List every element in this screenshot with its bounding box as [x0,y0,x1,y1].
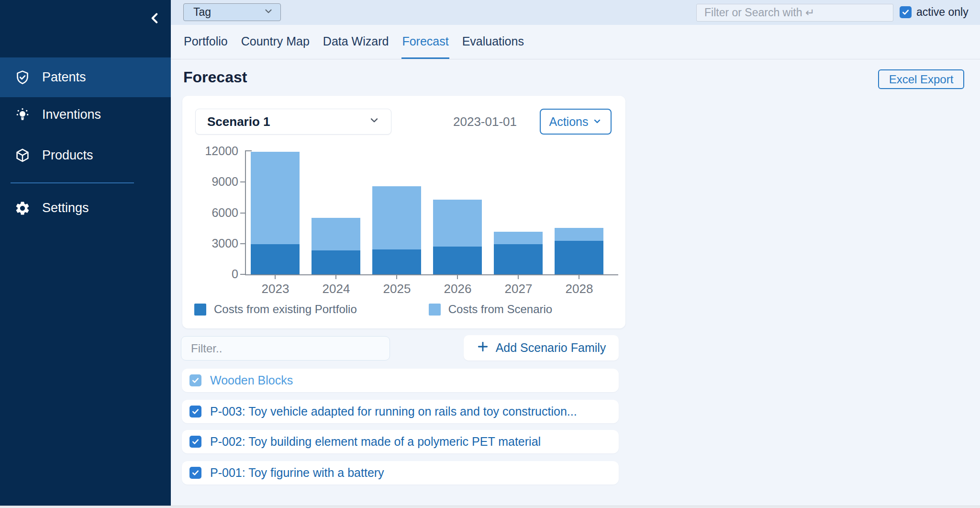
bar-segment [494,244,543,274]
chevron-down-icon [263,6,274,19]
tab-country-map[interactable]: Country Map [241,25,310,59]
y-tick-mark [240,213,245,214]
active-only-label: active only [916,6,969,18]
list-item-wooden-blocks[interactable]: Wooden Blocks [182,369,619,392]
chart-x-axis [245,274,618,275]
check-icon [902,8,910,16]
x-tick-label: 2026 [427,282,488,296]
x-tick-label: 2024 [306,282,367,296]
lightbulb-icon [13,106,32,124]
sidebar-item-inventions[interactable]: Inventions [0,95,171,135]
horizontal-scrollbar-track[interactable] [0,506,980,508]
chart-legend: Costs from existing Portfolio Costs from… [194,303,552,316]
bar-segment [555,228,603,241]
tag-select[interactable]: Tag [183,3,281,21]
bar-segment [312,250,360,274]
check-icon [191,376,200,384]
y-tick-mark [240,243,245,244]
tabs-divider [171,59,980,59]
row-checkbox[interactable] [189,467,201,479]
sidebar-item-label: Inventions [42,107,101,122]
bar-segment [555,241,603,274]
chevron-down-icon [368,114,380,130]
forecast-card: Scenario 1 2023-01-01 Actions 0300060009… [182,96,625,328]
bar-segment [251,152,300,244]
chevron-left-icon [147,11,163,28]
y-tick-label: 12000 [186,144,238,158]
sidebar-item-settings[interactable]: Settings [0,188,171,228]
sidebar-item-label: Patents [42,70,86,85]
sidebar: Patents Inventions Products [0,0,171,508]
tab-evaluations[interactable]: Evaluations [462,25,524,59]
y-tick-mark [240,181,245,182]
y-tick-label: 6000 [186,206,238,220]
cube-icon [13,147,32,165]
x-tick-label: 2025 [367,282,427,296]
bar-segment [433,200,482,247]
scenario-select[interactable]: Scenario 1 [195,109,391,135]
active-only-checkbox[interactable] [900,6,912,18]
bar-segment [433,247,482,274]
x-tick-label: 2028 [549,282,610,296]
y-tick-mark [240,274,245,275]
x-tick-label: 2027 [488,282,549,296]
sidebar-item-label: Products [42,148,93,163]
row-label[interactable]: P-003: Toy vehicle adapted for running o… [210,405,577,418]
check-icon [191,469,200,477]
tag-select-value: Tag [193,6,211,19]
plus-icon [477,340,489,356]
page-title: Forecast [183,68,247,86]
sidebar-item-label: Settings [42,201,89,215]
x-tick-mark [335,275,336,279]
check-icon [191,438,200,446]
bar-segment [251,244,300,274]
x-tick-mark [518,275,519,279]
legend-label: Costs from existing Portfolio [214,303,357,316]
row-checkbox[interactable] [189,406,201,418]
tab-forecast[interactable]: Forecast [401,25,449,59]
shield-check-icon [13,68,32,87]
search-input[interactable] [696,4,893,22]
sidebar-divider [11,182,134,183]
y-tick-label: 3000 [186,237,238,250]
legend-label: Costs from Scenario [448,303,552,316]
actions-button-label: Actions [549,115,589,129]
sidebar-collapse-button[interactable] [146,11,164,28]
list-item-p003[interactable]: P-003: Toy vehicle adapted for running o… [182,400,619,423]
x-tick-mark [579,275,579,279]
check-icon [191,407,200,416]
chevron-down-icon [592,115,602,129]
add-scenario-family-button[interactable]: Add Scenario Family [464,335,619,361]
row-label[interactable]: P-001: Toy figurine with a battery [210,466,384,480]
row-checkbox[interactable] [189,374,201,386]
bar-segment [312,218,360,250]
bar-segment [372,186,421,249]
stacked-bar-chart: 0300060009000120002023202420252026202720… [246,151,617,274]
excel-export-button[interactable]: Excel Export [878,69,964,89]
chart-y-axis-top-tick [246,150,252,151]
add-scenario-family-label: Add Scenario Family [496,341,606,355]
y-tick-label: 0 [186,267,238,281]
scenario-date: 2023-01-01 [453,109,517,135]
actions-button[interactable]: Actions [540,109,612,135]
x-tick-mark [396,275,397,279]
legend-swatch [194,304,206,316]
row-checkbox[interactable] [189,436,201,448]
list-item-p002[interactable]: P-002: Toy building element made of a po… [182,430,619,453]
scenario-filter-input[interactable] [181,336,390,361]
y-tick-label: 9000 [186,175,238,189]
row-label[interactable]: Wooden Blocks [210,373,293,387]
tab-portfolio[interactable]: Portfolio [183,25,228,59]
sidebar-item-products[interactable]: Products [0,135,171,175]
tab-data-wizard[interactable]: Data Wizard [323,25,390,59]
top-toolbar: Tag active only [171,0,980,25]
list-item-p001[interactable]: P-001: Toy figurine with a battery [182,461,619,485]
sidebar-item-patents[interactable]: Patents [0,57,171,97]
bar-segment [494,232,543,244]
x-tick-label: 2023 [245,282,306,296]
chart-y-axis [245,150,246,275]
tab-bar: Portfolio Country Map Data Wizard Foreca… [183,25,524,59]
x-tick-mark [457,275,458,279]
row-label[interactable]: P-002: Toy building element made of a po… [210,435,541,449]
bar-segment [372,249,421,274]
